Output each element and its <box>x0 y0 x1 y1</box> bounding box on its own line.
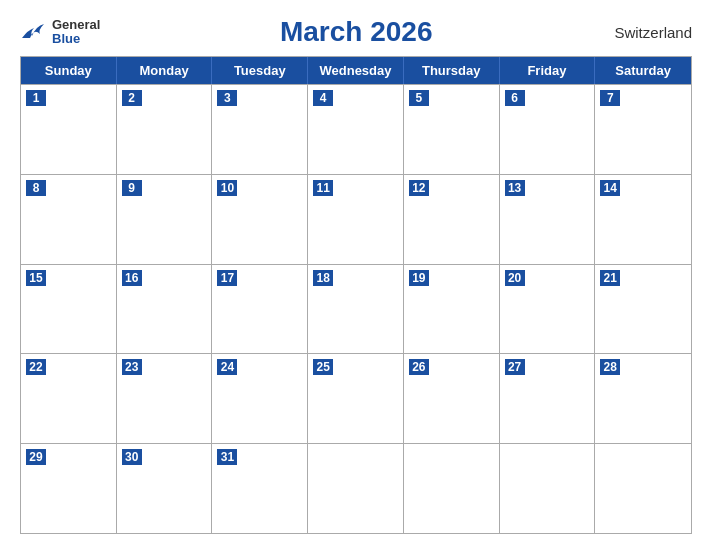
day-number: 30 <box>122 449 142 465</box>
calendar-day-cell: 31 <box>212 444 308 533</box>
day-number: 18 <box>313 270 333 286</box>
calendar-day-cell: 24 <box>212 354 308 443</box>
week-row-5: 293031 <box>21 443 691 533</box>
week-row-4: 22232425262728 <box>21 353 691 443</box>
day-number: 27 <box>505 359 525 375</box>
day-number: 28 <box>600 359 620 375</box>
calendar-day-cell: 11 <box>308 175 404 264</box>
calendar-day-cell: 2 <box>117 85 213 174</box>
calendar-day-cell: 10 <box>212 175 308 264</box>
calendar-body: 1234567891011121314151617181920212223242… <box>21 84 691 533</box>
calendar-day-cell: 17 <box>212 265 308 354</box>
col-sunday: Sunday <box>21 57 117 84</box>
calendar-title: March 2026 <box>280 16 433 48</box>
day-number: 10 <box>217 180 237 196</box>
calendar-day-cell: 30 <box>117 444 213 533</box>
calendar-day-cell <box>500 444 596 533</box>
calendar-day-cell: 23 <box>117 354 213 443</box>
col-friday: Friday <box>500 57 596 84</box>
logo-bird-icon <box>20 20 48 42</box>
calendar-day-cell: 8 <box>21 175 117 264</box>
day-number: 9 <box>122 180 142 196</box>
day-number: 14 <box>600 180 620 196</box>
col-wednesday: Wednesday <box>308 57 404 84</box>
week-row-2: 891011121314 <box>21 174 691 264</box>
calendar-day-cell: 26 <box>404 354 500 443</box>
day-number: 22 <box>26 359 46 375</box>
day-number: 8 <box>26 180 46 196</box>
day-number: 2 <box>122 90 142 106</box>
calendar-day-cell: 5 <box>404 85 500 174</box>
col-monday: Monday <box>117 57 213 84</box>
calendar-day-cell: 22 <box>21 354 117 443</box>
day-number: 3 <box>217 90 237 106</box>
col-saturday: Saturday <box>595 57 691 84</box>
calendar-day-cell: 12 <box>404 175 500 264</box>
week-row-1: 1234567 <box>21 84 691 174</box>
calendar-header: Sunday Monday Tuesday Wednesday Thursday… <box>21 57 691 84</box>
page-header: General Blue March 2026 Switzerland <box>20 16 692 48</box>
calendar-day-cell: 7 <box>595 85 691 174</box>
day-number: 16 <box>122 270 142 286</box>
calendar-day-cell: 16 <box>117 265 213 354</box>
calendar-day-cell: 13 <box>500 175 596 264</box>
calendar-day-cell: 25 <box>308 354 404 443</box>
calendar-day-cell: 4 <box>308 85 404 174</box>
day-number: 5 <box>409 90 429 106</box>
day-number: 7 <box>600 90 620 106</box>
logo-general: General <box>52 18 100 32</box>
day-number: 19 <box>409 270 429 286</box>
week-row-3: 15161718192021 <box>21 264 691 354</box>
calendar-day-cell: 18 <box>308 265 404 354</box>
calendar-day-cell: 3 <box>212 85 308 174</box>
day-number: 25 <box>313 359 333 375</box>
day-number: 15 <box>26 270 46 286</box>
day-number: 29 <box>26 449 46 465</box>
day-number: 24 <box>217 359 237 375</box>
day-number: 21 <box>600 270 620 286</box>
day-number: 12 <box>409 180 429 196</box>
day-number: 13 <box>505 180 525 196</box>
calendar-day-cell <box>404 444 500 533</box>
day-number: 4 <box>313 90 333 106</box>
calendar-day-cell <box>595 444 691 533</box>
col-tuesday: Tuesday <box>212 57 308 84</box>
calendar-day-cell: 9 <box>117 175 213 264</box>
day-number: 6 <box>505 90 525 106</box>
logo-blue: Blue <box>52 32 100 46</box>
calendar-day-cell: 19 <box>404 265 500 354</box>
day-number: 17 <box>217 270 237 286</box>
day-number: 1 <box>26 90 46 106</box>
day-number: 31 <box>217 449 237 465</box>
calendar-day-cell: 6 <box>500 85 596 174</box>
day-number: 20 <box>505 270 525 286</box>
calendar-day-cell: 14 <box>595 175 691 264</box>
calendar-day-cell: 15 <box>21 265 117 354</box>
day-number: 26 <box>409 359 429 375</box>
calendar-day-cell: 29 <box>21 444 117 533</box>
col-thursday: Thursday <box>404 57 500 84</box>
calendar-day-cell: 28 <box>595 354 691 443</box>
day-number: 11 <box>313 180 333 196</box>
country-label: Switzerland <box>612 24 692 41</box>
calendar-day-cell <box>308 444 404 533</box>
calendar-day-cell: 21 <box>595 265 691 354</box>
calendar-day-cell: 20 <box>500 265 596 354</box>
logo: General Blue <box>20 18 100 47</box>
calendar-day-cell: 1 <box>21 85 117 174</box>
calendar-day-cell: 27 <box>500 354 596 443</box>
calendar: Sunday Monday Tuesday Wednesday Thursday… <box>20 56 692 534</box>
day-number: 23 <box>122 359 142 375</box>
